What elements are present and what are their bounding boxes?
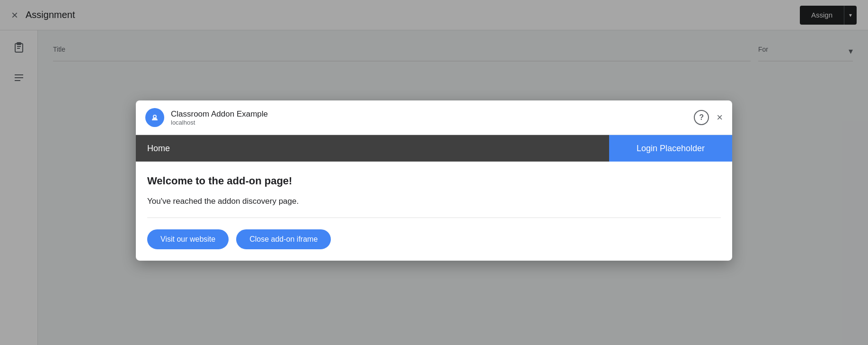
help-button[interactable]: ? [694,110,709,125]
divider [147,218,721,218]
dialog-close-button[interactable]: × [717,112,723,123]
addon-dialog: Classroom Addon Example localhost ? × Ho… [136,100,732,261]
svg-point-9 [154,116,156,118]
dialog-body: Welcome to the add-on page! You've reach… [136,162,732,261]
nav-login-label: Login Placeholder [637,143,705,153]
visit-website-button[interactable]: Visit our website [147,229,229,249]
app-icon [145,108,164,127]
nav-login[interactable]: Login Placeholder [609,135,732,162]
welcome-title: Welcome to the add-on page! [147,175,721,187]
dialog-header-left: Classroom Addon Example localhost [145,108,268,127]
discovery-text: You've reached the addon discovery page. [147,197,721,206]
nav-home[interactable]: Home [136,135,609,162]
app-info: Classroom Addon Example localhost [171,109,268,126]
app-host: localhost [171,118,268,126]
nav-home-label: Home [147,143,170,153]
dialog-header: Classroom Addon Example localhost ? × [136,100,732,135]
dialog-nav: Home Login Placeholder [136,135,732,162]
close-iframe-button[interactable]: Close add-on iframe [236,229,331,249]
dialog-actions: Visit our website Close add-on iframe [147,229,721,249]
app-name: Classroom Addon Example [171,109,268,118]
dialog-header-right: ? × [694,110,723,125]
